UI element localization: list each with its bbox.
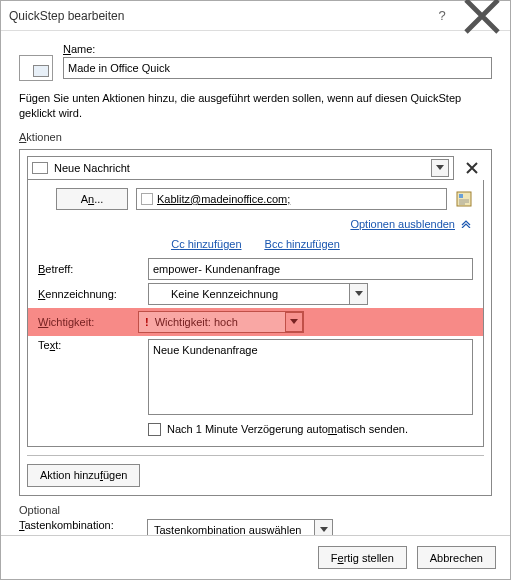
delay-send-checkbox[interactable] bbox=[148, 423, 161, 436]
subject-label: Betreff: bbox=[38, 263, 148, 275]
svg-rect-1 bbox=[459, 194, 463, 198]
add-action-label: Aktion hinzufügen bbox=[40, 469, 127, 481]
titlebar: QuickStep bearbeiten ? bbox=[1, 1, 510, 31]
chevron-down-icon bbox=[349, 284, 367, 304]
chevron-down-icon bbox=[314, 520, 332, 535]
optional-label: Optional bbox=[19, 504, 492, 516]
action-type-value: Neue Nachricht bbox=[54, 162, 425, 174]
chevron-up-icon bbox=[461, 218, 471, 230]
shortcut-value: Tastenkombination auswählen bbox=[154, 524, 332, 535]
close-button[interactable] bbox=[462, 2, 502, 30]
actions-label: Aktionen bbox=[19, 131, 492, 143]
finish-label: Fertig stellen bbox=[331, 552, 394, 564]
hide-options-link[interactable]: Optionen ausblenden bbox=[350, 218, 455, 230]
flag-label: Kennzeichnung: bbox=[38, 288, 148, 300]
action-type-combo[interactable]: Neue Nachricht bbox=[27, 156, 454, 180]
shortcut-dropdown[interactable]: Tastenkombination auswählen bbox=[147, 519, 333, 535]
recipient-field[interactable]: Kablitz@madeinoffice.com; bbox=[136, 188, 447, 210]
add-cc-link[interactable]: Cc hinzufügen bbox=[171, 238, 241, 250]
flag-dropdown[interactable]: Keine Kennzeichnung bbox=[148, 283, 368, 305]
importance-dropdown[interactable]: ! Wichtigkeit: hoch bbox=[138, 311, 304, 333]
importance-high-icon: ! bbox=[145, 316, 149, 328]
to-button[interactable]: An... bbox=[56, 188, 128, 210]
address-book-button[interactable] bbox=[455, 190, 473, 208]
actions-box: Neue Nachricht An... Kablitz@madeinoffic… bbox=[19, 149, 492, 496]
body-textarea[interactable]: Neue Kundenanfrage bbox=[148, 339, 473, 415]
chevron-down-icon bbox=[285, 312, 303, 332]
importance-value: Wichtigkeit: hoch bbox=[155, 316, 279, 328]
description-text: Fügen Sie unten Aktionen hinzu, die ausg… bbox=[19, 91, 492, 121]
cancel-button[interactable]: Abbrechen bbox=[417, 546, 496, 569]
add-bcc-link[interactable]: Bcc hinzufügen bbox=[265, 238, 340, 250]
person-icon bbox=[141, 193, 153, 205]
text-label: Text: bbox=[38, 339, 148, 351]
shortcut-label: Tastenkombination: bbox=[19, 519, 147, 531]
chevron-down-icon bbox=[431, 159, 449, 177]
delete-action-button[interactable] bbox=[460, 156, 484, 180]
help-button[interactable]: ? bbox=[422, 2, 462, 30]
importance-row: Wichtigkeit: ! Wichtigkeit: hoch bbox=[28, 308, 483, 336]
dialog-footer: Fertig stellen Abbrechen bbox=[1, 535, 510, 579]
finish-button[interactable]: Fertig stellen bbox=[318, 546, 407, 569]
name-label: Name: bbox=[63, 43, 492, 55]
flag-value: Keine Kennzeichnung bbox=[171, 288, 367, 300]
add-action-button[interactable]: Aktion hinzufügen bbox=[27, 464, 140, 487]
name-input[interactable] bbox=[63, 57, 492, 79]
quickstep-edit-dialog: QuickStep bearbeiten ? Name: Fügen Sie u… bbox=[0, 0, 511, 580]
quickstep-icon[interactable] bbox=[19, 55, 53, 81]
recipient-text: Kablitz@madeinoffice.com; bbox=[157, 193, 290, 205]
mail-icon bbox=[32, 162, 48, 174]
importance-label: Wichtigkeit: bbox=[28, 316, 138, 328]
delay-send-label: Nach 1 Minute Verzögerung automatisch se… bbox=[167, 423, 408, 435]
dialog-title: QuickStep bearbeiten bbox=[9, 9, 422, 23]
subject-input[interactable] bbox=[148, 258, 473, 280]
to-button-label: An... bbox=[81, 193, 104, 205]
